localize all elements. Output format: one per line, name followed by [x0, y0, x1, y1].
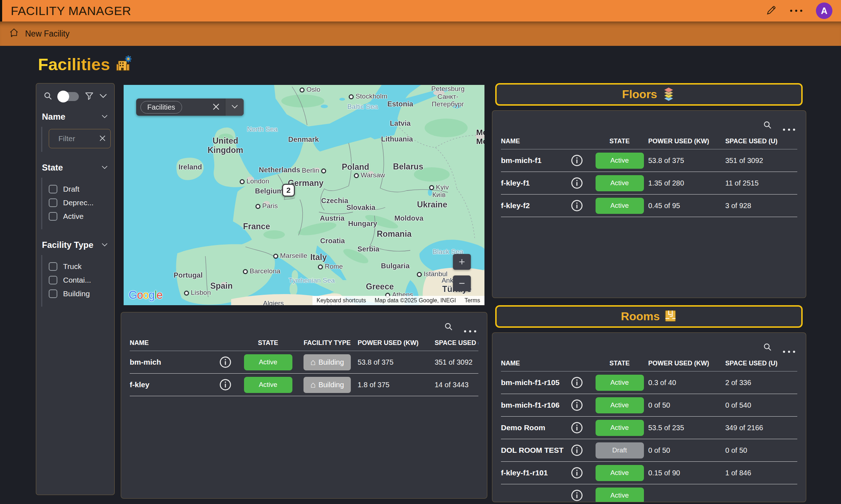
zoom-out-button[interactable]: − [453, 275, 471, 291]
row-space: 1 of 846 [725, 469, 797, 477]
zoom-in-button[interactable]: + [453, 254, 471, 270]
checkbox-option[interactable]: Active [49, 212, 111, 221]
clear-filter-button[interactable] [99, 135, 106, 143]
state-section-header[interactable]: State [36, 157, 114, 175]
checkbox[interactable] [49, 289, 57, 298]
info-icon[interactable] [571, 154, 583, 167]
search-button[interactable] [43, 91, 53, 102]
floors-section-header: Floors [495, 83, 803, 106]
nav-bar: New Facility [0, 21, 841, 46]
info-icon[interactable] [571, 467, 583, 479]
table-row[interactable]: f-kley-f1Active1.35 of 28011 of 2515 [501, 172, 797, 195]
table-row[interactable]: DOL ROOM TESTDraft0 of 500 of 50 [501, 439, 797, 462]
row-space: 2 of 336 [725, 379, 797, 387]
name-section-header[interactable]: Name [36, 106, 114, 124]
state-badge: Active [596, 153, 644, 169]
table-row[interactable]: bm-mich-f1Active53.8 of 375351 of 3092 [501, 149, 797, 172]
filter-sidebar: Name State DraftDeprec...Active Facility… [36, 83, 115, 495]
map-label: Latvia [390, 119, 411, 127]
checkbox[interactable] [49, 276, 57, 284]
rooms-section-header: Rooms [495, 305, 803, 328]
facilities-chip[interactable]: Facilities [140, 101, 182, 114]
map-label: Warsaw [354, 171, 385, 179]
col-state: STATE [239, 339, 297, 347]
col-state: STATE [591, 138, 648, 145]
table-row[interactable]: f-kley-f2Active0.45 of 953 of 928 [501, 195, 797, 217]
checkbox[interactable] [49, 185, 57, 193]
checkbox-option[interactable]: Building [49, 289, 111, 298]
more-options-button[interactable] [790, 10, 802, 12]
map-label: Italy [310, 253, 327, 262]
building-gear-icon [115, 55, 132, 74]
chip-dropdown-button[interactable] [225, 99, 244, 116]
map[interactable]: OsloStockholmSt Petersburg Санкт-Петербу… [124, 85, 484, 305]
google-logo-letter: g [149, 289, 154, 301]
info-icon[interactable] [571, 444, 583, 456]
state-cell: Active [591, 465, 648, 481]
table-menu-button[interactable] [783, 129, 795, 131]
info-cell [571, 399, 591, 411]
info-icon[interactable] [571, 489, 583, 501]
state-badge: Active [244, 377, 292, 393]
info-icon[interactable] [571, 376, 583, 389]
checkbox-label: Draft [63, 185, 80, 193]
info-icon[interactable] [219, 356, 231, 368]
table-row[interactable]: bm-mich-f1-r106Active0 of 500 of 540 [501, 394, 797, 417]
terms-link[interactable]: Terms [460, 297, 484, 304]
table-row[interactable]: Demo RoomActive53.5 of 235349 of 2166 [501, 417, 797, 439]
checkbox[interactable] [49, 262, 57, 271]
funnel-button[interactable] [85, 91, 94, 102]
info-icon[interactable] [571, 422, 583, 434]
checkbox[interactable] [49, 212, 57, 221]
table-row[interactable]: f-kleyActive⌂Building1.8 of 37514 of 344… [130, 374, 478, 396]
table-menu-button[interactable] [464, 330, 476, 332]
row-space: 351 of 3092 [725, 157, 797, 165]
map-zoom-controls: + − [453, 254, 471, 291]
checkbox-option[interactable]: Draft [49, 185, 111, 193]
table-row[interactable]: Active [501, 484, 797, 502]
col-space: SPACE USED (U) [725, 360, 797, 367]
search-button[interactable] [444, 322, 453, 332]
info-icon[interactable] [571, 399, 583, 411]
map-label: Paris [255, 202, 278, 210]
map-label: Tyrrhenian Sea [289, 277, 335, 284]
map-label: Ireland [178, 163, 202, 171]
checkbox-option[interactable]: Truck [49, 262, 111, 271]
layers-icon [661, 87, 676, 102]
map-label: Romania [377, 230, 411, 239]
row-power: 0.3 of 40 [648, 379, 725, 387]
map-cluster-marker[interactable]: 2 [282, 184, 295, 197]
edit-button[interactable] [766, 5, 777, 17]
info-icon[interactable] [571, 200, 583, 212]
table-row[interactable]: bm-mich-f1-r105Active0.3 of 402 of 336 [501, 371, 797, 394]
search-button[interactable] [763, 120, 772, 131]
map-label: Mo [476, 137, 484, 146]
map-label: Greece [366, 282, 394, 292]
search-button[interactable] [763, 342, 772, 353]
checkbox[interactable] [49, 198, 57, 207]
checkbox-option[interactable]: Deprec... [49, 198, 111, 207]
keyboard-shortcuts-link[interactable]: Keyboard shortcuts [312, 297, 371, 304]
table-menu-button[interactable] [783, 351, 795, 353]
state-cell: Active [591, 175, 648, 191]
checkbox-label: Deprec... [63, 198, 94, 207]
facilities-table-header: NAME STATE FACILITY TYPE POWER USED (KW)… [130, 335, 478, 351]
new-facility-button[interactable]: New Facility [9, 27, 70, 40]
filter-toggle[interactable] [58, 92, 79, 101]
map-labels: OsloStockholmSt Petersburg Санкт-Петербу… [124, 85, 484, 305]
chip-close-button[interactable] [212, 103, 220, 112]
info-icon[interactable] [219, 379, 231, 391]
map-label: Estonia [387, 100, 413, 108]
name-filter-input[interactable] [53, 134, 99, 143]
facility-type-section-header[interactable]: Facility Type [36, 234, 114, 252]
avatar[interactable]: A [816, 3, 832, 19]
table-row[interactable]: bm-michActive⌂Building53.8 of 375351 of … [130, 351, 478, 374]
row-name: bm-mich-f1-r105 [501, 378, 571, 387]
info-icon[interactable] [571, 177, 583, 189]
sidebar-collapse-button[interactable] [99, 93, 107, 100]
facility-type-section-label: Facility Type [42, 240, 94, 250]
checkbox-option[interactable]: Contai... [49, 276, 111, 284]
google-logo-letter: G [129, 289, 137, 301]
row-power: 53.8 of 375 [648, 157, 725, 165]
table-row[interactable]: f-kley-f1-r101Active0.15 of 901 of 846 [501, 462, 797, 484]
